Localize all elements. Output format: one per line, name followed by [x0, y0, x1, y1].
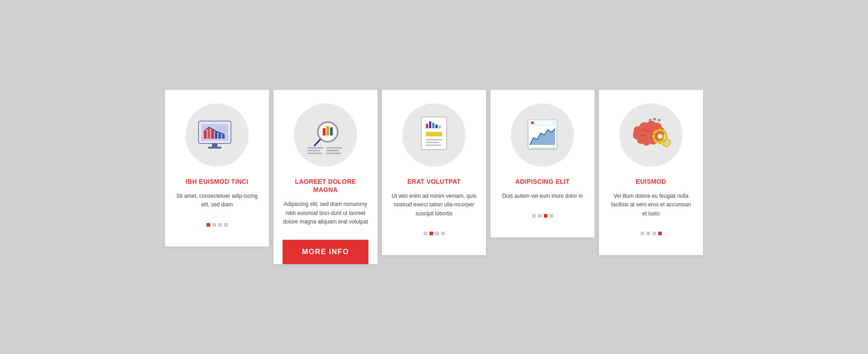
svg-rect-25 — [429, 121, 431, 128]
svg-rect-4 — [208, 128, 210, 139]
svg-rect-27 — [435, 125, 438, 128]
dot — [224, 223, 228, 227]
document-chart-icon — [416, 115, 452, 155]
svg-rect-32 — [426, 144, 441, 146]
svg-rect-19 — [307, 153, 322, 154]
svg-rect-15 — [330, 127, 333, 135]
card-3-dots — [424, 227, 445, 244]
dot — [538, 214, 542, 218]
icon-circle-5 — [619, 103, 683, 167]
svg-rect-46 — [659, 129, 661, 131]
card-4-body: Duis autem vel eum iriure dolor in — [502, 192, 583, 200]
dot — [646, 232, 650, 235]
card-1-dots — [207, 219, 228, 236]
dot — [532, 214, 536, 218]
card-2-title: LAOREET DOLORE MAGNA — [283, 177, 368, 194]
dot-active — [544, 214, 547, 218]
dot — [435, 232, 439, 235]
svg-rect-8 — [222, 134, 225, 139]
dot — [652, 232, 656, 235]
svg-rect-50 — [659, 141, 661, 144]
svg-rect-6 — [215, 132, 217, 139]
svg-point-45 — [658, 135, 662, 138]
card-1: IBH EUISMOD TINCI Sit amet, consectetuer… — [165, 90, 269, 247]
svg-rect-52 — [652, 135, 655, 138]
svg-rect-14 — [326, 126, 329, 135]
dot-active — [658, 232, 662, 235]
card-3: ERAT VOLUTPAT Ut wisi enim ad minim veni… — [382, 90, 486, 255]
svg-rect-30 — [426, 139, 442, 140]
icon-circle-4 — [511, 103, 574, 167]
svg-point-41 — [653, 118, 656, 121]
svg-rect-29 — [426, 132, 442, 136]
svg-rect-21 — [326, 150, 339, 151]
card-2: LAOREET DOLORE MAGNA Adipiscing elit, se… — [274, 90, 377, 264]
svg-rect-5 — [211, 130, 214, 139]
card-5-title: EUISMOD — [636, 177, 666, 186]
svg-rect-48 — [665, 135, 668, 138]
svg-rect-17 — [307, 147, 323, 149]
svg-rect-57 — [665, 138, 667, 140]
svg-rect-20 — [326, 147, 342, 149]
svg-point-56 — [665, 142, 667, 144]
card-4-title: ADIPISCING ELIT — [515, 177, 570, 186]
svg-rect-39 — [530, 148, 555, 149]
svg-rect-60 — [665, 145, 667, 147]
card-5-dots — [641, 227, 662, 244]
cards-container: IBH EUISMOD TINCI Sit amet, consectetuer… — [165, 90, 703, 264]
svg-rect-24 — [426, 124, 428, 128]
card-5: EUISMOD Vel illum dolore eu feugiat null… — [599, 90, 703, 255]
dot — [212, 223, 216, 227]
svg-rect-22 — [326, 153, 341, 154]
card-5-body: Vel illum dolore eu feugiat nulla facili… — [608, 192, 694, 218]
card-3-title: ERAT VOLUTPAT — [407, 177, 461, 186]
svg-point-36 — [531, 121, 534, 124]
svg-rect-9 — [212, 143, 217, 147]
browser-chart-icon — [524, 116, 561, 154]
icon-circle-3 — [402, 103, 466, 167]
more-info-button[interactable]: MORE INFO — [283, 240, 368, 264]
dot — [641, 232, 644, 235]
dot-active — [429, 232, 433, 235]
card-2-body: Adipiscing elit, sed diam nonummy nibh e… — [283, 200, 368, 226]
svg-rect-3 — [204, 130, 207, 139]
magnify-chart-icon — [303, 115, 348, 155]
card-1-title: IBH EUISMOD TINCI — [186, 177, 249, 186]
svg-rect-13 — [323, 128, 326, 135]
svg-rect-26 — [432, 123, 434, 128]
dot — [550, 214, 553, 218]
card-3-body: Ut wisi enim ad minim veniam, quis nostr… — [391, 192, 477, 218]
svg-rect-18 — [307, 150, 320, 151]
dot — [441, 232, 445, 235]
dot-active — [207, 223, 210, 227]
brain-gear-icon — [628, 115, 674, 155]
monitor-chart-icon — [197, 117, 237, 153]
icon-circle-1 — [185, 103, 249, 167]
icon-circle-2 — [294, 103, 357, 167]
svg-rect-7 — [218, 133, 221, 139]
card-1-body: Sit amet, consectetuer adip-iscing elit,… — [174, 192, 260, 209]
svg-point-42 — [658, 119, 660, 121]
dot — [424, 232, 427, 235]
svg-rect-10 — [208, 147, 222, 149]
svg-rect-28 — [439, 126, 441, 128]
svg-rect-37 — [536, 121, 552, 124]
card-4: ADIPISCING ELIT Duis autem vel eum iriur… — [491, 90, 594, 238]
svg-rect-31 — [426, 142, 439, 143]
card-4-dots — [532, 210, 553, 227]
svg-line-16 — [315, 140, 320, 145]
dot — [218, 223, 222, 227]
